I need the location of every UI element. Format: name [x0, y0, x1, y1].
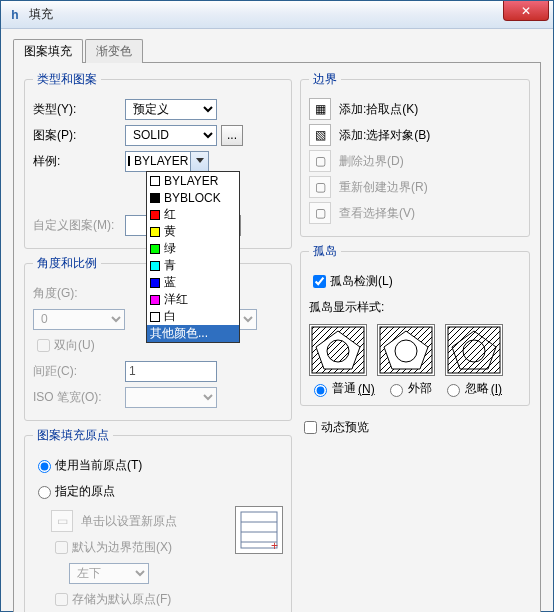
label-click-set-origin: 单击以设置新原点: [81, 513, 177, 530]
titlebar[interactable]: h 填充 ✕: [1, 1, 553, 29]
tab-gradient[interactable]: 渐变色: [85, 39, 143, 63]
add-select-object[interactable]: 添加:选择对象(B): [339, 127, 430, 144]
swatch-color-icon: [128, 156, 130, 166]
legend-type-pattern: 类型和图案: [33, 71, 101, 88]
color-option[interactable]: BYLAYER: [147, 172, 239, 189]
label-pattern: 图案(P):: [33, 127, 125, 144]
color-swatch-icon: [150, 210, 160, 220]
add-pick-point[interactable]: 添加:拾取点(K): [339, 101, 418, 118]
color-option[interactable]: BYBLOCK: [147, 189, 239, 206]
label-island-detect: 孤岛检测(L): [330, 273, 393, 290]
color-option[interactable]: 洋红: [147, 291, 239, 308]
legend-islands: 孤岛: [309, 243, 341, 260]
color-option[interactable]: 青: [147, 257, 239, 274]
select-angle: 0: [33, 309, 125, 330]
label-store-default: 存储为默认原点(F): [72, 591, 171, 608]
close-button[interactable]: ✕: [503, 1, 549, 21]
color-option-label: 洋红: [164, 291, 188, 308]
client-area: 图案填充 渐变色 类型和图案 类型(Y): 预定义 图案(P): SOLID .…: [1, 29, 553, 611]
color-option-label: 绿: [164, 240, 176, 257]
radio-use-current-origin[interactable]: [38, 460, 51, 473]
select-iso: [125, 387, 217, 408]
label-double: 双向(U): [54, 337, 95, 354]
color-swatch-icon: [150, 176, 160, 186]
color-option-label: BYBLOCK: [164, 191, 221, 205]
window-title: 填充: [29, 6, 53, 23]
color-option-label: 黄: [164, 223, 176, 240]
color-option-label: 青: [164, 257, 176, 274]
label-spacing: 间距(C):: [33, 363, 125, 380]
color-option[interactable]: 绿: [147, 240, 239, 257]
label-angle: 角度(G):: [33, 285, 125, 302]
color-option-label: BYLAYER: [164, 174, 218, 188]
view-selection: 查看选择集(V): [339, 205, 415, 222]
color-swatch-icon: [150, 227, 160, 237]
color-swatch-icon: [150, 295, 160, 305]
tab-strip: 图案填充 渐变色: [13, 39, 541, 63]
main-panel: 类型和图案 类型(Y): 预定义 图案(P): SOLID ... 样例:: [13, 62, 541, 612]
label-custom-pattern: 自定义图案(M):: [33, 217, 125, 234]
swatch-dropdown-button[interactable]: [191, 151, 209, 172]
checkbox-dynamic-preview[interactable]: [304, 421, 317, 434]
svg-rect-12: [448, 327, 500, 373]
color-option-label: 红: [164, 206, 176, 223]
color-option[interactable]: 红: [147, 206, 239, 223]
chevron-down-icon: [196, 158, 204, 164]
recreate-boundary-icon: ▢: [309, 176, 331, 198]
group-islands: 孤岛 孤岛检测(L) 孤岛显示样式:: [300, 243, 530, 406]
checkbox-store-default: [55, 593, 68, 606]
color-option[interactable]: 蓝: [147, 274, 239, 291]
checkbox-double: [37, 339, 50, 352]
color-swatch-icon: [150, 278, 160, 288]
color-option-other[interactable]: 其他颜色...: [147, 325, 239, 342]
color-swatch-icon: [150, 312, 160, 322]
input-spacing: [125, 361, 217, 382]
select-pattern[interactable]: SOLID: [125, 125, 217, 146]
right-column: 边界 ▦ 添加:拾取点(K) ▧ 添加:选择对象(B) ▢ 删除边界(D) ▢: [300, 71, 530, 612]
recreate-boundary: 重新创建边界(R): [339, 179, 428, 196]
legend-origin: 图案填充原点: [33, 427, 113, 444]
legend-boundary: 边界: [309, 71, 341, 88]
island-style-normal-preview[interactable]: [309, 324, 367, 376]
radio-island-ignore[interactable]: 忽略(I): [442, 380, 502, 397]
add-select-object-icon[interactable]: ▧: [309, 124, 331, 146]
label-iso: ISO 笔宽(O):: [33, 389, 125, 406]
add-pick-point-icon[interactable]: ▦: [309, 98, 331, 120]
origin-preview-icon: +: [237, 508, 281, 552]
origin-preview: +: [235, 506, 283, 554]
swatch-color-dropdown[interactable]: BYLAYERBYBLOCK红黄绿青蓝洋红白其他颜色...: [146, 171, 240, 343]
color-option-label: 蓝: [164, 274, 176, 291]
set-origin-icon: ▭: [51, 510, 73, 532]
tab-hatch[interactable]: 图案填充: [13, 39, 83, 63]
app-icon: h: [7, 7, 23, 23]
group-boundary: 边界 ▦ 添加:拾取点(K) ▧ 添加:选择对象(B) ▢ 删除边界(D) ▢: [300, 71, 530, 237]
island-style-ignore-preview[interactable]: [445, 324, 503, 376]
radio-island-outer[interactable]: 外部: [385, 380, 432, 397]
color-option[interactable]: 黄: [147, 223, 239, 240]
legend-angle-scale: 角度和比例: [33, 255, 101, 272]
label-swatch: 样例:: [33, 153, 125, 170]
radio-island-normal[interactable]: 普通(N): [309, 380, 375, 397]
swatch-display[interactable]: BYLAYER: [125, 151, 191, 172]
label-island-style: 孤岛显示样式:: [309, 299, 384, 316]
radio-specified-origin[interactable]: [38, 486, 51, 499]
select-type[interactable]: 预定义: [125, 99, 217, 120]
checkbox-island-detect[interactable]: [313, 275, 326, 288]
color-swatch-icon: [150, 193, 160, 203]
view-selection-icon: ▢: [309, 202, 331, 224]
label-use-current-origin: 使用当前原点(T): [55, 457, 142, 474]
label-default-bounds: 默认为边界范围(X): [72, 539, 172, 556]
color-option[interactable]: 白: [147, 308, 239, 325]
remove-boundary: 删除边界(D): [339, 153, 404, 170]
select-corner: 左下: [69, 563, 149, 584]
island-style-outer-preview[interactable]: [377, 324, 435, 376]
svg-point-11: [395, 340, 417, 362]
island-preview-row: [309, 324, 521, 376]
svg-point-8: [327, 340, 349, 362]
remove-boundary-icon: ▢: [309, 150, 331, 172]
color-swatch-icon: [150, 261, 160, 271]
swatch-value: BYLAYER: [134, 154, 188, 168]
pattern-browse-button[interactable]: ...: [221, 125, 243, 146]
color-swatch-icon: [150, 244, 160, 254]
svg-text:+: +: [271, 539, 278, 552]
